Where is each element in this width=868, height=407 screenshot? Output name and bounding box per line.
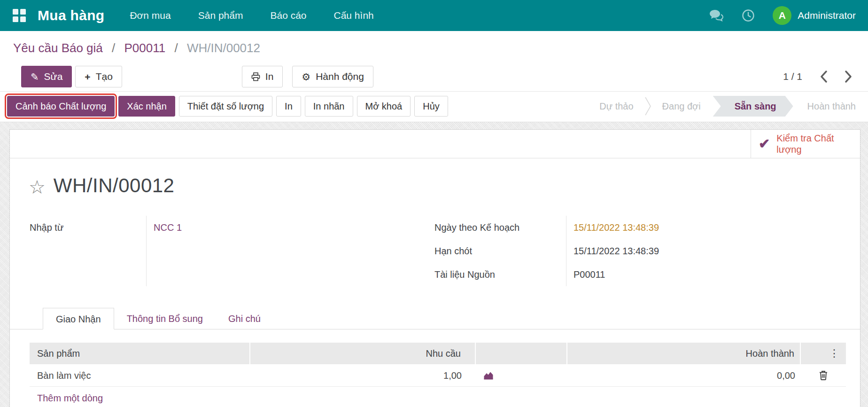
field-value-deadline: 15/11/2022 13:48:39 xyxy=(574,239,840,263)
gear-icon: ⚙ xyxy=(302,72,310,82)
tab-notes[interactable]: Ghi chú xyxy=(216,308,273,329)
print-picking-button[interactable]: In xyxy=(276,96,301,117)
print-labels-button[interactable]: In nhãn xyxy=(305,96,353,117)
add-line-link[interactable]: Thêm một dòng xyxy=(30,387,846,407)
messages-icon[interactable] xyxy=(709,9,724,22)
trash-icon[interactable] xyxy=(819,370,828,380)
column-header-done[interactable]: Hoàn thành xyxy=(567,343,801,364)
purchase-receipt-form-page: Mua hàng Đơn mua Sản phẩm Báo cáo Cấu hì… xyxy=(0,0,868,407)
nav-item-bao-cao[interactable]: Báo cáo xyxy=(270,10,306,21)
field-label-scheduled-date: Ngày theo Kế hoạch xyxy=(434,216,566,239)
nav-item-don-mua[interactable]: Đơn mua xyxy=(130,10,170,21)
column-header-demand[interactable]: Nhu cầu xyxy=(250,343,476,364)
tab-additional-info[interactable]: Thông tin Bổ sung xyxy=(114,308,216,329)
validate-button[interactable]: Xác nhận xyxy=(118,96,175,117)
breadcrumb-link-p00011[interactable]: P00011 xyxy=(124,41,166,55)
notebook-tabs: Giao Nhận Thông tin Bổ sung Ghi chú xyxy=(10,308,860,329)
row-product[interactable]: Bàn làm việc xyxy=(30,364,250,387)
field-value-scheduled-date: 15/11/2022 13:48:39 xyxy=(574,216,840,239)
statusbar: Cảnh báo Chất lượng Xác nhận Thiết đặt s… xyxy=(0,91,868,122)
operations-table: Sản phẩm Nhu cầu Hoàn thành ⋮ Bàn làm vi… xyxy=(30,343,846,407)
field-groups: Nhập từ NCC 1 Ngày theo Kế hoạch Hạn chó… xyxy=(30,216,840,286)
create-button[interactable]: + Tạo xyxy=(75,66,122,87)
pencil-icon: ✎ xyxy=(31,72,39,82)
stage-pipeline: Dự thảo Đang đợi Sẵn sàng Hoàn thành xyxy=(588,96,859,117)
activity-clock-icon[interactable] xyxy=(742,9,755,22)
favorite-star-icon[interactable]: ☆ xyxy=(29,178,46,196)
edit-create-group: ✎ Sửa + Tạo xyxy=(21,66,122,87)
print-button[interactable]: In xyxy=(242,66,283,87)
plus-icon: + xyxy=(85,72,90,82)
quality-check-smart-button[interactable]: ✔ Kiểm tra Chất lượng xyxy=(751,130,860,158)
nav-right: A Administrator xyxy=(709,6,856,25)
print-action-group: In ⚙ Hành động xyxy=(242,66,373,87)
table-row[interactable]: Bàn làm việc 1,00 0,00 xyxy=(30,364,846,387)
chevron-left-icon[interactable] xyxy=(820,70,827,83)
action-menu-button[interactable]: ⚙ Hành động xyxy=(292,66,373,87)
breadcrumb-separator: / xyxy=(174,41,178,55)
pager-counter: 1 / 1 xyxy=(783,71,802,82)
app-name[interactable]: Mua hàng xyxy=(38,8,104,23)
check-icon: ✔ xyxy=(759,137,770,151)
column-header-product[interactable]: Sản phẩm xyxy=(30,343,250,364)
stage-ready[interactable]: Sẵn sàng xyxy=(713,96,793,117)
control-panel: ✎ Sửa + Tạo In ⚙ Hành động xyxy=(0,61,868,91)
stage-waiting[interactable]: Đang đợi xyxy=(651,101,712,112)
table-header: Sản phẩm Nhu cầu Hoàn thành ⋮ xyxy=(30,343,846,364)
stage-draft[interactable]: Dự thảo xyxy=(588,101,644,112)
field-value-source-document: P00011 xyxy=(574,263,840,286)
breadcrumb: Yêu cầu Báo giá / P00011 / WH/IN/00012 xyxy=(0,31,868,61)
unlock-button[interactable]: Mở khoá xyxy=(357,96,411,117)
breadcrumb-current: WH/IN/00012 xyxy=(187,41,260,55)
kebab-menu-icon[interactable]: ⋮ xyxy=(801,343,846,364)
sheet-background: ✔ Kiểm tra Chất lượng ☆ WH/IN/00012 Nhập… xyxy=(0,122,868,407)
chevron-right-icon[interactable] xyxy=(845,70,852,83)
quality-alert-button[interactable]: Cảnh báo Chất lượng xyxy=(7,96,115,117)
breadcrumb-link-quotation-requests[interactable]: Yêu cầu Báo giá xyxy=(13,41,103,55)
form-sheet: ✔ Kiểm tra Chất lượng ☆ WH/IN/00012 Nhập… xyxy=(9,129,860,407)
page-title: WH/IN/00012 xyxy=(54,174,175,197)
area-chart-icon[interactable] xyxy=(483,371,494,380)
field-label-deadline: Hạn chót xyxy=(434,239,566,263)
breadcrumb-separator: / xyxy=(112,41,115,55)
field-label-source-document: Tài liệu Nguồn xyxy=(434,263,566,286)
column-header-empty xyxy=(476,343,567,364)
set-quantities-button[interactable]: Thiết đặt số lượng xyxy=(179,96,272,117)
row-delete-cell xyxy=(801,364,846,387)
nav-item-cau-hinh[interactable]: Cấu hình xyxy=(334,10,374,21)
nav-item-san-pham[interactable]: Sản phẩm xyxy=(198,10,243,21)
title-row: ☆ WH/IN/00012 xyxy=(29,174,860,197)
field-group-left: Nhập từ NCC 1 xyxy=(30,216,434,286)
printer-icon xyxy=(251,72,260,81)
field-group-right: Ngày theo Kế hoạch Hạn chót Tài liệu Ngu… xyxy=(434,216,840,286)
field-label-receive-from: Nhập từ xyxy=(30,216,146,239)
user-name: Administrator xyxy=(798,10,856,21)
row-forecast-cell xyxy=(476,364,567,387)
top-nav: Mua hàng Đơn mua Sản phẩm Báo cáo Cấu hì… xyxy=(0,0,868,31)
stage-done[interactable]: Hoàn thành xyxy=(794,101,859,112)
cancel-button[interactable]: Hủy xyxy=(414,96,448,117)
tab-operations[interactable]: Giao Nhận xyxy=(43,308,114,329)
pager: 1 / 1 xyxy=(783,70,852,83)
row-done[interactable]: 0,00 xyxy=(567,364,801,387)
avatar[interactable]: A xyxy=(773,6,791,25)
nav-menu: Đơn mua Sản phẩm Báo cáo Cấu hình xyxy=(130,10,373,21)
stage-chevron-icon xyxy=(645,97,651,116)
user-menu[interactable]: A Administrator xyxy=(773,6,856,25)
row-demand[interactable]: 1,00 xyxy=(250,364,476,387)
smart-button-box: ✔ Kiểm tra Chất lượng xyxy=(10,130,860,158)
apps-grid-icon[interactable] xyxy=(12,8,26,23)
edit-button[interactable]: ✎ Sửa xyxy=(21,66,72,87)
field-value-partner[interactable]: NCC 1 xyxy=(154,216,434,239)
